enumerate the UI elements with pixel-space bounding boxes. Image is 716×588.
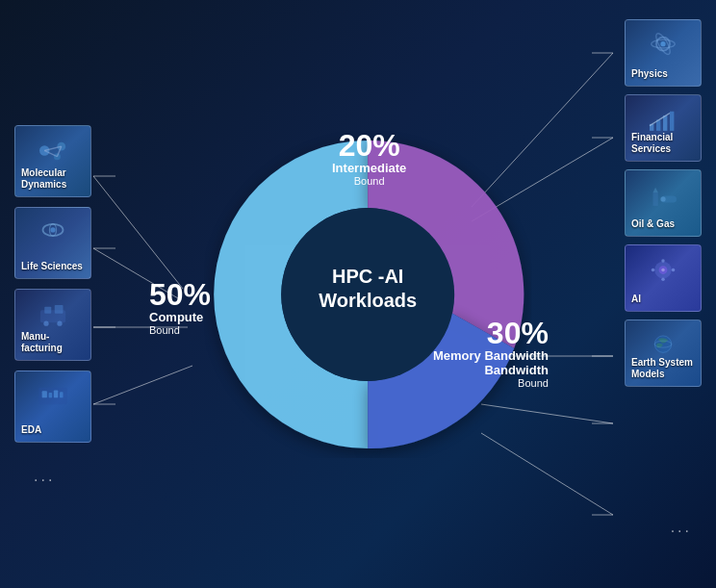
intermediate-bound-label: 20% Intermediate Bound — [332, 130, 406, 187]
sidebar-item-manufacturing[interactable]: Manu- facturing — [14, 289, 91, 361]
molecular-dynamics-label: Molecular Dynamics — [21, 167, 85, 191]
earth-system-models-label: Earth System Models — [631, 357, 695, 380]
svg-point-56 — [661, 259, 665, 263]
svg-rect-32 — [55, 305, 64, 314]
sidebar-item-ai[interactable]: AI — [625, 244, 702, 312]
svg-point-54 — [652, 268, 655, 272]
svg-rect-48 — [653, 192, 658, 206]
memory-bound-label: 30% Memory Bandwidth Bandwidth Bound — [433, 318, 549, 389]
memory-percent: 30% — [433, 318, 549, 348]
svg-point-29 — [50, 227, 55, 232]
sidebar-item-financial-services[interactable]: Financial Services — [625, 94, 702, 162]
sidebar-item-physics[interactable]: Physics — [625, 19, 702, 87]
sidebar-item-earth-system-models[interactable]: Earth System Models — [625, 320, 702, 387]
svg-point-34 — [57, 321, 62, 326]
right-sidebar: Physics Financial Services Oil & Gas — [625, 19, 702, 387]
oil-gas-label: Oil & Gas — [631, 218, 695, 230]
physics-label: Physics — [631, 68, 695, 80]
manufacturing-label: Manu- facturing — [21, 331, 85, 354]
svg-text:Workloads: Workloads — [319, 290, 417, 311]
ai-label: AI — [631, 294, 695, 305]
memory-title2: Bandwidth — [433, 363, 549, 377]
svg-rect-47 — [670, 112, 674, 131]
left-sidebar: Molecular Dynamics Life Sciences Manu- f… — [14, 125, 91, 443]
memory-title: Memory Bandwidth — [433, 348, 549, 363]
compute-title: Compute — [149, 310, 211, 324]
compute-subtitle: Bound — [149, 324, 211, 336]
svg-point-50 — [660, 196, 665, 201]
svg-text:HPC -AI: HPC -AI — [332, 266, 403, 287]
memory-subtitle: Bound — [433, 377, 549, 389]
svg-rect-37 — [49, 393, 53, 397]
svg-point-57 — [661, 277, 665, 281]
sidebar-item-molecular-dynamics[interactable]: Molecular Dynamics — [14, 125, 91, 197]
financial-services-label: Financial Services — [631, 132, 695, 155]
svg-rect-36 — [42, 391, 47, 397]
svg-line-0 — [93, 176, 183, 289]
svg-rect-38 — [54, 390, 58, 397]
compute-bound-label: 50% Compute Bound — [149, 279, 211, 336]
sidebar-item-life-sciences[interactable]: Life Sciences — [14, 207, 91, 279]
eda-label: EDA — [21, 424, 85, 436]
svg-point-55 — [672, 268, 676, 272]
intermediate-title: Intermediate — [332, 161, 406, 175]
intermediate-subtitle: Bound — [332, 175, 406, 187]
sidebar-item-oil-gas[interactable]: Oil & Gas — [625, 169, 702, 237]
svg-point-43 — [660, 41, 665, 46]
svg-line-3 — [93, 366, 192, 404]
svg-point-33 — [43, 321, 48, 326]
intermediate-percent: 20% — [332, 130, 406, 161]
compute-percent: 50% — [149, 279, 211, 310]
life-sciences-label: Life Sciences — [21, 261, 85, 272]
svg-point-53 — [661, 268, 665, 272]
svg-rect-31 — [44, 307, 51, 314]
sidebar-item-eda[interactable]: EDA — [14, 371, 91, 443]
svg-rect-46 — [663, 115, 667, 131]
left-more-dots: ··· — [34, 472, 55, 489]
right-more-dots: ··· — [671, 523, 692, 540]
svg-rect-39 — [60, 392, 64, 397]
